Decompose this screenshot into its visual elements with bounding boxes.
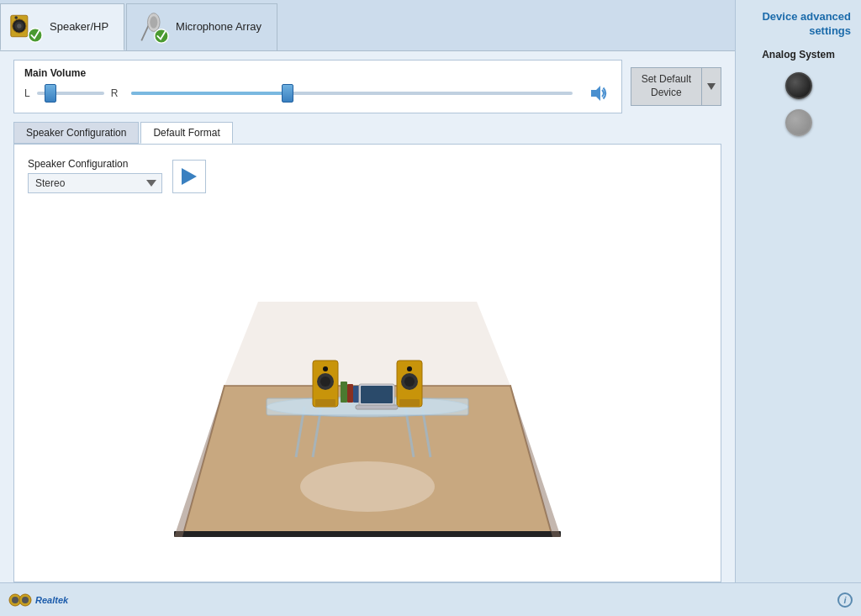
svg-rect-29	[315, 399, 335, 406]
speaker-config-label: Speaker Configuration	[28, 158, 162, 170]
right-sidebar: Device advanced settings Analog System	[735, 0, 861, 582]
tab-microphone-label: Microphone Array	[176, 20, 261, 33]
svg-point-3	[17, 24, 21, 28]
tab-speaker[interactable]: Speaker/HP	[0, 3, 124, 50]
main-container: Speaker/HP Microphone Arra	[0, 0, 861, 582]
svg-point-44	[22, 597, 29, 603]
device-advanced-settings-link[interactable]: Device advanced settings	[742, 7, 854, 49]
mute-button[interactable]	[586, 81, 611, 106]
analog-system-label: Analog System	[742, 49, 854, 61]
volume-section: Main Volume L R	[0, 51, 735, 118]
config-tabs: Speaker Configuration Default Format	[13, 122, 721, 144]
svg-point-9	[155, 29, 168, 42]
r-label: R	[111, 87, 119, 99]
svg-point-4	[14, 16, 18, 19]
analog-system-radio-1[interactable]	[742, 72, 854, 99]
logo-text: Realtek	[35, 595, 68, 605]
svg-point-5	[29, 29, 42, 42]
balance-slider[interactable]	[37, 85, 104, 102]
volume-label: Main Volume	[24, 67, 611, 79]
room-visualization	[14, 207, 721, 582]
svg-rect-34	[399, 399, 420, 406]
speaker-config-controls: Speaker Configuration Stereo Quadraphoni…	[14, 145, 721, 207]
radio-circle-2[interactable]	[785, 109, 812, 136]
content-area: Speaker/HP Microphone Arra	[0, 0, 735, 582]
svg-rect-37	[353, 386, 359, 403]
volume-control-box: Main Volume L R	[13, 60, 622, 113]
bottom-bar: Realtek i	[0, 582, 861, 616]
analog-system-radio-2[interactable]	[742, 109, 854, 136]
speaker-config-select[interactable]: Stereo Quadraphonic 5.1 Surround 7.1 Sur…	[28, 173, 162, 193]
room-svg	[157, 251, 578, 537]
svg-rect-35	[341, 382, 347, 403]
config-tab-format[interactable]: Default Format	[140, 122, 232, 144]
balance-thumb[interactable]	[45, 84, 56, 103]
tab-bar: Speaker/HP Microphone Arra	[0, 0, 735, 51]
speaker-panel: Speaker Configuration Stereo Quadraphoni…	[13, 144, 721, 582]
logo: Realtek	[8, 588, 68, 612]
volume-row: L R	[24, 81, 611, 106]
svg-rect-39	[361, 386, 393, 403]
svg-rect-40	[356, 405, 398, 409]
svg-rect-16	[174, 531, 561, 537]
tab-speaker-label: Speaker/HP	[50, 20, 108, 33]
svg-point-27	[320, 376, 330, 387]
volume-slider[interactable]	[131, 85, 572, 102]
radio-circle-1[interactable]	[785, 72, 812, 99]
l-label: L	[24, 87, 30, 99]
set-default-dropdown[interactable]	[701, 67, 721, 105]
svg-rect-36	[347, 384, 353, 403]
set-default-button[interactable]: Set DefaultDevice	[631, 67, 721, 105]
play-button[interactable]	[172, 160, 206, 193]
svg-point-43	[12, 597, 18, 603]
logo-icon	[8, 588, 32, 612]
svg-marker-11	[707, 83, 716, 90]
svg-point-8	[150, 16, 157, 29]
speaker-icon	[9, 9, 43, 43]
svg-point-28	[323, 366, 328, 371]
set-default-label[interactable]: Set DefaultDevice	[631, 67, 701, 105]
microphone-icon	[135, 10, 169, 44]
tab-microphone[interactable]: Microphone Array	[126, 3, 277, 50]
config-tab-speaker[interactable]: Speaker Configuration	[13, 122, 139, 144]
svg-point-15	[300, 461, 435, 512]
svg-point-33	[407, 366, 412, 371]
svg-marker-14	[224, 302, 510, 386]
speaker-config-select-wrap: Speaker Configuration Stereo Quadraphoni…	[28, 158, 162, 193]
svg-marker-10	[591, 86, 600, 101]
play-icon	[182, 168, 197, 185]
svg-point-32	[404, 376, 415, 387]
volume-thumb[interactable]	[282, 84, 293, 103]
info-button[interactable]: i	[837, 592, 853, 608]
